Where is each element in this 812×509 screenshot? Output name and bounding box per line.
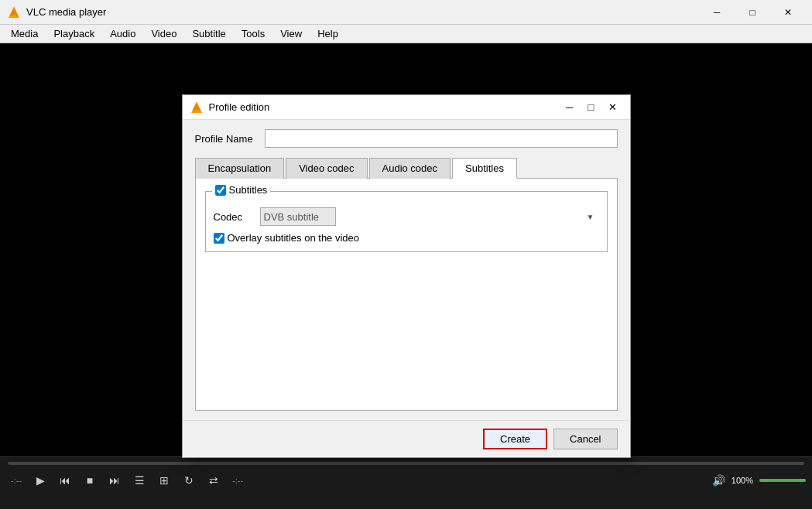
title-bar-controls: ─ □ ✕: [699, 0, 806, 25]
vlc-icon: [6, 5, 22, 20]
volume-label: 100%: [731, 476, 753, 485]
dialog-title: Profile edition: [209, 101, 559, 113]
menu-audio[interactable]: Audio: [102, 26, 143, 41]
dialog-content: Profile Name Encapsulation Video codec A…: [183, 120, 630, 420]
menu-video[interactable]: Video: [143, 26, 184, 41]
cancel-button[interactable]: Cancel: [553, 429, 617, 449]
volume-bar[interactable]: [759, 479, 806, 482]
close-button[interactable]: ✕: [770, 0, 806, 25]
subtitles-legend: Subtitles: [212, 184, 271, 196]
controls-right: 🔊 100%: [712, 474, 806, 487]
menu-playback[interactable]: Playback: [46, 26, 102, 41]
maximize-button[interactable]: □: [735, 0, 770, 25]
dialog-vlc-icon: [189, 100, 204, 115]
menu-view[interactable]: View: [272, 26, 310, 41]
seek-bar-container: [0, 457, 812, 468]
tab-audio-codec[interactable]: Audio codec: [369, 158, 451, 179]
overlay-checkbox[interactable]: [214, 233, 224, 244]
profile-name-row: Profile Name: [195, 129, 618, 148]
menu-help[interactable]: Help: [310, 26, 346, 41]
tab-video-codec[interactable]: Video codec: [286, 158, 367, 179]
time-left: -:--: [11, 476, 22, 485]
codec-select[interactable]: DVB subtitle SRT ASS WebVTT: [260, 207, 336, 226]
subtitles-checkbox[interactable]: [215, 185, 226, 196]
menu-bar: Media Playback Audio Video Subtitle Tool…: [0, 25, 812, 43]
overlay-checkbox-label[interactable]: Overlay subtitles on the video: [214, 232, 360, 244]
dialog-minimize-button[interactable]: ─: [559, 97, 581, 118]
overlay-label: Overlay subtitles on the video: [228, 232, 360, 244]
controls-row: -:-- ▶ ⏮ ■ ⏭ ☰ ⊞ ↻ ⇄ -:-- 🔊 100%: [0, 468, 812, 493]
app-title: VLC media player: [26, 6, 699, 18]
subtitles-group-label: Subtitles: [229, 184, 268, 196]
dialog-footer: Create Cancel: [183, 420, 630, 457]
bottom-controls: -:-- ▶ ⏮ ■ ⏭ ☰ ⊞ ↻ ⇄ -:-- 🔊 100%: [0, 456, 812, 509]
random-button[interactable]: ⇄: [203, 470, 224, 491]
subtitles-tab-panel: Subtitles Codec DVB subtitle SRT ASS: [195, 179, 618, 411]
next-button[interactable]: ⏭: [104, 470, 125, 491]
dialog-close-button[interactable]: ✕: [602, 97, 624, 118]
title-bar: VLC media player ─ □ ✕: [0, 0, 812, 25]
main-area: Profile edition ─ □ ✕ Profile Name Encap…: [0, 43, 812, 456]
loop-button[interactable]: ↻: [178, 470, 200, 491]
profile-name-label: Profile Name: [195, 133, 265, 145]
overlay-row: Overlay subtitles on the video: [214, 232, 599, 244]
codec-label: Codec: [214, 211, 260, 223]
playlist-button[interactable]: ☰: [128, 470, 150, 491]
volume-fill: [759, 479, 806, 482]
prev-button[interactable]: ⏮: [54, 470, 76, 491]
svg-rect-5: [194, 110, 199, 112]
create-button[interactable]: Create: [483, 429, 547, 449]
subtitles-group: Subtitles Codec DVB subtitle SRT ASS: [205, 191, 608, 252]
svg-rect-2: [12, 15, 16, 17]
controls-left: -:-- ▶ ⏮ ■ ⏭ ☰ ⊞ ↻ ⇄ -:--: [6, 470, 248, 491]
minimize-button[interactable]: ─: [699, 0, 735, 25]
profile-edition-dialog: Profile edition ─ □ ✕ Profile Name Encap…: [182, 94, 631, 458]
tab-encapsulation[interactable]: Encapsulation: [195, 158, 285, 179]
time-right: -:--: [232, 476, 243, 485]
tabs-container: Encapsulation Video codec Audio codec Su…: [195, 157, 618, 179]
dialog-maximize-button[interactable]: □: [581, 97, 602, 118]
volume-icon: 🔊: [712, 474, 725, 487]
subtitles-checkbox-label[interactable]: Subtitles: [215, 184, 268, 196]
menu-media[interactable]: Media: [3, 26, 46, 41]
menu-subtitle[interactable]: Subtitle: [184, 26, 233, 41]
codec-row: Codec DVB subtitle SRT ASS WebVTT ▼: [214, 207, 599, 226]
codec-dropdown-arrow: ▼: [587, 213, 594, 221]
dialog-overlay: Profile edition ─ □ ✕ Profile Name Encap…: [0, 87, 812, 404]
dialog-title-bar: Profile edition ─ □ ✕: [183, 95, 630, 120]
seek-bar[interactable]: [8, 462, 804, 465]
play-button[interactable]: ▶: [29, 470, 51, 491]
stop-button[interactable]: ■: [79, 470, 101, 491]
codec-select-wrapper: DVB subtitle SRT ASS WebVTT ▼: [260, 207, 599, 226]
tab-subtitles[interactable]: Subtitles: [452, 158, 517, 179]
menu-tools[interactable]: Tools: [234, 26, 272, 41]
extended-button[interactable]: ⊞: [153, 470, 175, 491]
profile-name-input[interactable]: [265, 129, 618, 148]
